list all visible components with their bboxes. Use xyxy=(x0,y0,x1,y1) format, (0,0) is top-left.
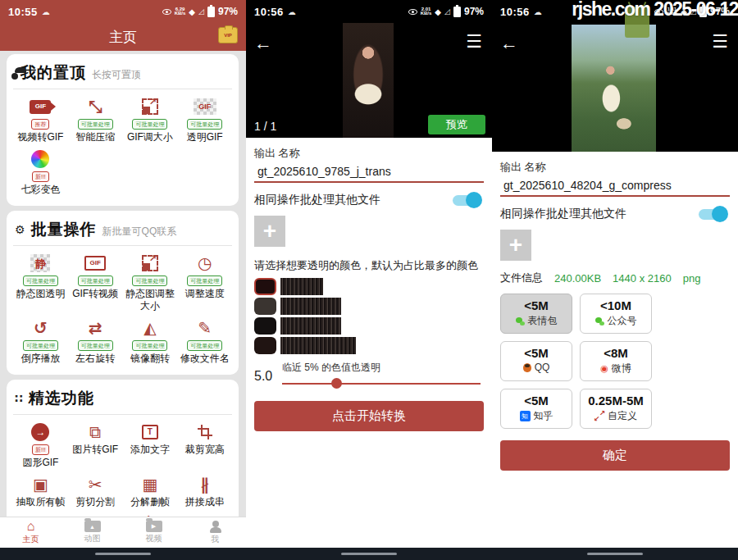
title-bar: 主页 VIP xyxy=(0,23,246,51)
preset-qq[interactable]: <5M QQ xyxy=(500,341,572,381)
section-note-batch: 新批量可QQ联系 xyxy=(102,225,177,239)
gif-box-icon: GIF xyxy=(84,256,106,271)
resize-icon xyxy=(142,255,158,271)
home-indicator[interactable] xyxy=(95,553,151,555)
tool-reverse-play[interactable]: ↺ 可批量处理 倒序播放 xyxy=(13,317,68,365)
batch-toggle-label: 相同操作批处理其他文件 xyxy=(254,193,453,207)
tab-gifs[interactable]: ▲ 动图 xyxy=(61,517,123,548)
output-name-input[interactable]: gt_2025610_48204_g_compress xyxy=(500,177,730,197)
wechat-icon xyxy=(516,317,525,326)
transparent-gif-icon: GIF xyxy=(194,98,216,115)
preset-zhihu[interactable]: <5M 知知乎 xyxy=(500,389,572,429)
tool-mirror-flip[interactable]: ◭ 可批量处理 镜像翻转 xyxy=(123,317,178,365)
watermark-text: rjshe.com 2025-06-12 xyxy=(572,0,738,20)
tool-smart-compress[interactable]: ⤡ 可批量处理 智能压缩 xyxy=(68,96,123,143)
tool-static-resize[interactable]: 可批量处理 静态图调整大小 xyxy=(123,253,178,312)
file-size: 240.00KB xyxy=(554,272,601,285)
tab-videos[interactable]: ▶ 视频 xyxy=(123,517,184,548)
eye-icon xyxy=(408,9,417,15)
custom-arrows-icon: ↗↙ xyxy=(594,412,604,421)
preview-area: 10:56 ☁ 2.01KB/s ◆ ◿ 97% ← ☰ 1 / 1 预览 xyxy=(246,0,492,138)
tool-image-to-gif[interactable]: ⧉ 图片转GIF xyxy=(68,421,123,469)
output-name-label: 输出 名称 xyxy=(500,160,730,175)
tool-adjust-speed[interactable]: ◷ 可批量处理 调整速度 xyxy=(177,253,232,312)
home-indicator[interactable] xyxy=(587,553,643,555)
mirror-icon: ◭ xyxy=(144,317,156,339)
add-file-button[interactable]: + xyxy=(254,216,285,247)
slider-track[interactable] xyxy=(282,383,481,385)
menu-button[interactable]: ☰ xyxy=(712,31,728,52)
home-indicator[interactable] xyxy=(341,553,397,555)
tool-cut-split[interactable]: ✂ 剪切分割 xyxy=(68,474,123,508)
badge-batch: 可批量处理 xyxy=(132,119,167,130)
color-proportion-bar xyxy=(280,317,341,335)
color-row-list xyxy=(254,278,484,354)
batch-toggle[interactable] xyxy=(699,209,727,220)
tool-static-transparent[interactable]: 静 可批量处理 静态图透明 xyxy=(13,253,68,312)
output-name-input[interactable]: gt_2025610_9785_j_trans xyxy=(254,163,484,183)
tool-delete-frames[interactable]: ▦ 分解删帧 xyxy=(123,474,178,508)
text-box-icon: T xyxy=(142,425,158,439)
back-button[interactable]: ← xyxy=(254,33,272,54)
menu-button[interactable]: ☰ xyxy=(466,31,482,52)
tool-video-to-gif[interactable]: GIF 推荐 视频转GIF xyxy=(13,96,68,143)
tool-rename-file[interactable]: ✎ 可批量处理 修改文件名 xyxy=(177,317,232,365)
gif-folder-icon: ▲ xyxy=(84,521,101,532)
tool-extract-frames[interactable]: ▣ 抽取所有帧 xyxy=(13,474,68,508)
preset-wechat-official[interactable]: <10M 公众号 xyxy=(580,294,652,334)
color-swatch[interactable] xyxy=(254,298,276,315)
battery-icon xyxy=(207,7,215,17)
back-button[interactable]: ← xyxy=(500,33,518,54)
color-row[interactable] xyxy=(254,278,484,295)
compress-screen: rjshe.com 2025-06-12 10:56 ☁ 1.11KB/s ◆ … xyxy=(492,0,738,548)
tool-crop[interactable]: 裁剪宽高 xyxy=(177,421,232,469)
status-bar-middle: 10:56 ☁ 2.01KB/s ◆ ◿ 97% xyxy=(246,0,492,23)
tool-gif-to-video[interactable]: GIF 可批量处理 GIF转视频 xyxy=(68,253,123,312)
tab-home[interactable]: ⌂ 主页 xyxy=(0,517,61,548)
bottom-navigation: ⌂ 主页 ▲ 动图 ▶ 视频 我 xyxy=(0,517,246,548)
clock: 10:56 xyxy=(254,6,284,18)
badge-batch: 可批量处理 xyxy=(187,119,222,130)
start-convert-button[interactable]: 点击开始转换 xyxy=(254,401,484,431)
tolerance-slider[interactable] xyxy=(282,378,484,389)
grid-icon: ∷ xyxy=(15,392,23,405)
preset-grid: <5M 表情包 <10M 公众号 <5M QQ <8M ◉微博 <5M 知知乎 … xyxy=(500,294,730,429)
tab-me[interactable]: 我 xyxy=(184,517,246,548)
tool-rainbow-color[interactable]: 新!!! 七彩变色 xyxy=(13,148,68,196)
stacked-images-icon: ⧉ xyxy=(89,421,101,443)
add-file-button[interactable]: + xyxy=(500,230,531,261)
confirm-button[interactable]: 确定 xyxy=(500,440,730,471)
section-title-featured: 精选功能 xyxy=(29,388,94,409)
tool-concatenate[interactable]: ∦ 拼接成串 xyxy=(177,474,232,508)
color-row[interactable] xyxy=(254,298,484,315)
color-swatch[interactable] xyxy=(254,337,276,354)
tool-gif-resize[interactable]: 可批量处理 GIF调大小 xyxy=(123,96,178,143)
tool-rotate[interactable]: ⇄ 可批量处理 左右旋转 xyxy=(68,317,123,365)
battery-icon xyxy=(453,7,461,17)
preset-weibo[interactable]: <8M ◉微博 xyxy=(580,341,652,381)
batch-toggle[interactable] xyxy=(453,195,481,206)
preset-custom[interactable]: 0.25M-5M ↗↙自定义 xyxy=(580,389,652,429)
crop-icon xyxy=(198,425,212,439)
network-speed: 6.29KB/s xyxy=(175,7,186,16)
tool-circle-gif[interactable]: → 新!!! 圆形GIF xyxy=(13,421,68,469)
slider-thumb[interactable] xyxy=(331,378,342,389)
color-row[interactable] xyxy=(254,337,484,354)
resize-icon xyxy=(142,98,158,115)
tool-transparent-gif[interactable]: GIF 可批量处理 透明GIF xyxy=(177,96,232,143)
rotate-icon: ⇄ xyxy=(89,317,102,339)
file-info-label: 文件信息 xyxy=(500,271,543,285)
clock: 10:56 xyxy=(500,6,530,18)
color-swatch[interactable] xyxy=(254,278,276,295)
color-row[interactable] xyxy=(254,317,484,335)
preview-image[interactable] xyxy=(572,25,656,152)
home-screen-panel: 10:55 ☁ 6.29KB/s ◆ ◿ 97% 主页 VIP 我的置顶 长按可… xyxy=(0,0,246,548)
preview-button[interactable]: 预览 xyxy=(428,115,485,134)
tool-add-text[interactable]: T 添加文字 xyxy=(123,421,178,469)
preset-wechat-sticker[interactable]: <5M 表情包 xyxy=(500,294,572,334)
color-swatch[interactable] xyxy=(254,317,276,335)
tolerance-value: 5.0 xyxy=(254,361,282,389)
preview-image[interactable] xyxy=(343,23,394,138)
vip-icon[interactable]: VIP xyxy=(218,27,238,43)
file-info-row: 文件信息 240.00KB 1440 x 2160 png xyxy=(500,271,730,285)
